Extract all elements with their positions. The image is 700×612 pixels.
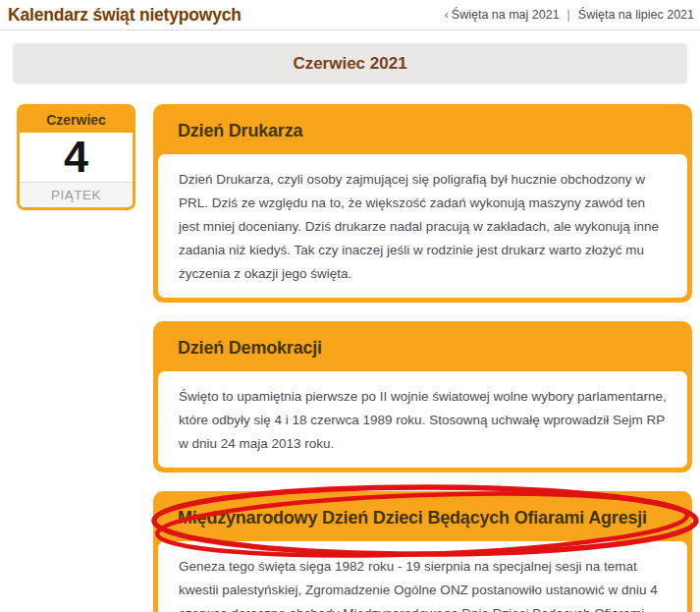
main-content: Czerwiec 4 PIĄTEK Dzień Drukarza Dzień D… [0,83,700,612]
site-title[interactable]: Kalendarz świąt nietypowych [8,5,242,26]
nav-separator: | [567,8,570,22]
holiday-card-dzien-drukarza: Dzień Drukarza Dzień Drukarza, czyli oso… [153,104,692,303]
date-card[interactable]: Czerwiec 4 PIĄTEK [17,104,135,210]
holiday-list: Dzień Drukarza Dzień Drukarza, czyli oso… [153,104,692,612]
holiday-title-dzien-demokracji[interactable]: Dzień Demokracji [158,321,687,371]
holiday-card-dzien-demokracji: Dzień Demokracji Święto to upamiętnia pi… [153,321,692,473]
nav-next-month-label: Święta na lipiec 2021 [578,8,694,22]
top-navigation: ‹Święta na maj 2021 | Święta na lipiec 2… [445,8,694,22]
holiday-description: Geneza tego święta sięga 1982 roku - 19 … [158,541,687,612]
nav-prev-month-label: Święta na maj 2021 [452,8,560,22]
holiday-title-dzien-drukarza[interactable]: Dzień Drukarza [158,104,687,154]
holiday-description: Dzień Drukarza, czyli osoby zajmującej s… [158,154,687,298]
date-card-weekday: PIĄTEK [20,182,133,207]
nav-prev-month-link[interactable]: ‹Święta na maj 2021 [445,8,560,22]
holiday-title-dzien-dzieci-ofiar-agresji[interactable]: Międzynarodowy Dzień Dzieci Będących Ofi… [158,491,687,541]
month-banner: Czerwiec 2021 [13,43,687,83]
holiday-card-dzien-dzieci-ofiar-agresji: Międzynarodowy Dzień Dzieci Będących Ofi… [153,491,692,612]
holiday-description: Święto to upamiętnia pierwsze po II wojn… [158,371,687,468]
nav-next-month-link[interactable]: Święta na lipiec 2021 [578,8,694,22]
chevron-left-icon: ‹ [445,8,449,22]
date-card-day: 4 [20,133,133,182]
date-card-month: Czerwiec [20,107,133,133]
top-bar: Kalendarz świąt nietypowych ‹Święta na m… [0,0,700,30]
